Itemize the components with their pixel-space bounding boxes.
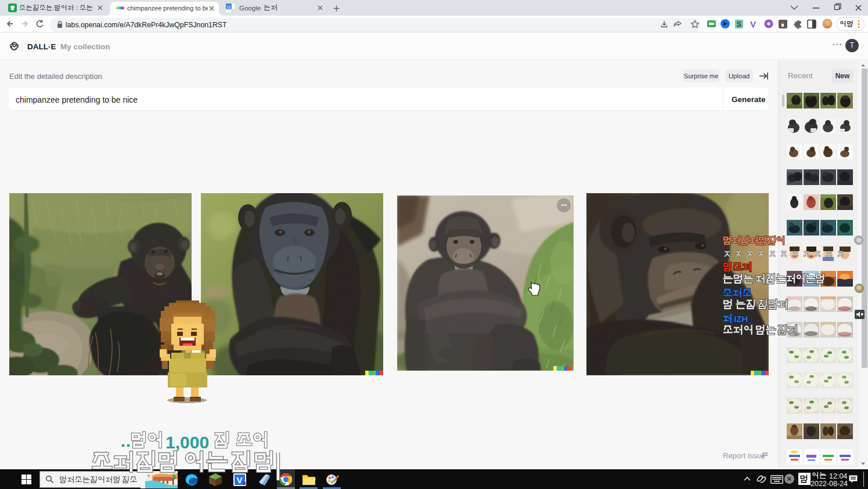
svg-text:V: V [750, 19, 756, 29]
svg-text:,: , [52, 5, 54, 11]
svg-text:1,000: 1,000 [165, 433, 209, 452]
svg-text:IZH_: IZH_ [734, 314, 753, 324]
svg-text:12:04: 12:04 [829, 472, 847, 480]
svg-text:G: G [227, 5, 230, 10]
svg-text:S: S [737, 20, 741, 28]
svg-text:::: :: [75, 5, 79, 11]
